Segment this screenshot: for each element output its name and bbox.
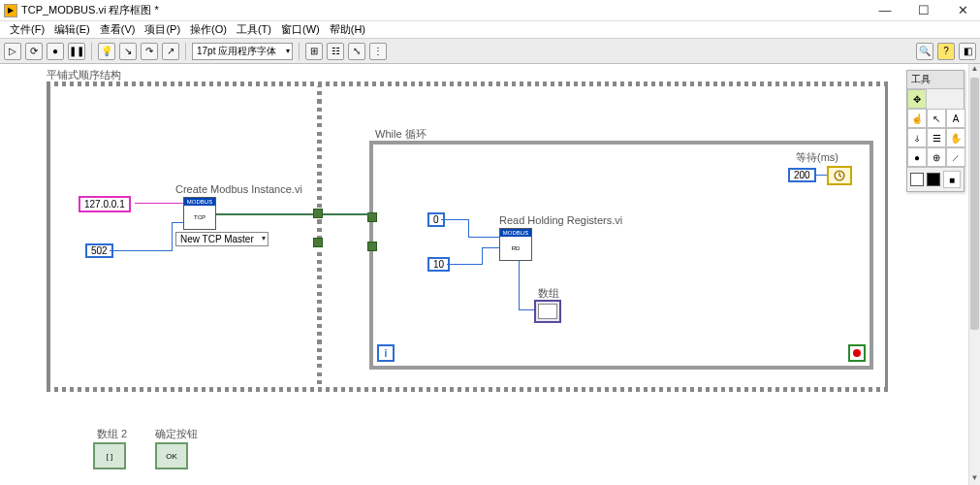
- ok-button-label: 确定按钮: [155, 427, 198, 441]
- abort-button[interactable]: ●: [47, 43, 64, 60]
- node-body-icon: TCP: [184, 206, 215, 229]
- sequence-tunnel-error[interactable]: [313, 238, 323, 247]
- ok-button-terminal[interactable]: OK: [155, 442, 188, 469]
- wait-ms-constant[interactable]: 200: [788, 168, 816, 182]
- menu-tools[interactable]: 工具(T): [233, 22, 275, 37]
- pause-button[interactable]: ❚❚: [68, 43, 85, 60]
- breakpoint-tool-button[interactable]: ●: [907, 147, 927, 167]
- distribute-button[interactable]: ☷: [327, 43, 344, 60]
- wire-array-h: [519, 309, 534, 310]
- wire-tool-button[interactable]: ⫰: [907, 128, 927, 147]
- wire-port-h: [110, 250, 172, 251]
- scroll-up-arrow[interactable]: ▲: [969, 64, 980, 76]
- reorder-button[interactable]: ⋮: [369, 43, 387, 60]
- highlight-button[interactable]: 💡: [98, 43, 115, 60]
- scroll-thumb[interactable]: [970, 78, 979, 330]
- wire-qty-h: [447, 264, 482, 265]
- getcolor-tool-button[interactable]: ⟋: [946, 147, 965, 167]
- window-buttons: — ☐ ✕: [871, 3, 976, 17]
- menu-view[interactable]: 查看(V): [96, 22, 140, 37]
- ip-address-constant[interactable]: 127.0.0.1: [79, 196, 131, 212]
- context-help-button[interactable]: ◧: [959, 43, 976, 60]
- run-continuous-button[interactable]: ⟳: [25, 43, 43, 60]
- run-button[interactable]: ▷: [4, 43, 21, 60]
- wire-port-v: [172, 222, 173, 251]
- menu-help[interactable]: 帮助(H): [326, 22, 369, 37]
- sequence-frame-divider[interactable]: [317, 86, 322, 387]
- while-tunnel-error[interactable]: [367, 242, 377, 251]
- while-loop[interactable]: i 等待(ms) 200 Read Holding Registers.vi 0…: [369, 141, 873, 370]
- app-icon: ▶: [4, 4, 17, 17]
- sequence-tunnel-ref[interactable]: [313, 209, 323, 218]
- color-tool-button[interactable]: ■: [943, 171, 961, 188]
- window-title: TCP_MODBUS.vi 程序框图 *: [21, 3, 159, 17]
- node-header: MODBUS: [500, 229, 531, 237]
- node-header: MODBUS: [184, 198, 215, 206]
- wait-ms-node[interactable]: [827, 166, 852, 185]
- wire-ref-seq-to-while: [323, 213, 369, 215]
- auto-tool-button[interactable]: ✥: [907, 89, 927, 109]
- step-into-button[interactable]: ↘: [119, 43, 137, 60]
- position-tool-button[interactable]: ↖: [927, 109, 946, 128]
- resize-button[interactable]: ⤡: [348, 43, 365, 60]
- wire-qty-h2: [482, 247, 499, 248]
- menu-window[interactable]: 窗口(W): [277, 22, 324, 37]
- probe-tool-button[interactable]: ⊕: [927, 147, 946, 167]
- array-indicator-label: 数组: [538, 286, 559, 301]
- read-holding-registers-label: Read Holding Registers.vi: [499, 214, 622, 226]
- wire-addr-h2: [468, 237, 499, 238]
- wire-addr-h: [441, 219, 468, 220]
- wire-array-v: [519, 261, 520, 309]
- toolbar-separator: [185, 43, 186, 60]
- toolbar-separator: [91, 43, 92, 60]
- background-color-swatch[interactable]: [927, 173, 940, 186]
- scroll-tool-button[interactable]: ✋: [946, 128, 965, 147]
- help-button[interactable]: ?: [937, 43, 955, 60]
- wire-port-h2: [172, 222, 183, 223]
- loop-condition-terminal[interactable]: [848, 344, 866, 362]
- tools-palette-title[interactable]: 工具: [907, 71, 964, 89]
- step-out-button[interactable]: ↗: [162, 43, 179, 60]
- array-indicator-terminal[interactable]: [534, 300, 561, 323]
- wire-addr-v: [468, 219, 469, 237]
- text-tool-button[interactable]: A: [946, 109, 965, 128]
- array2-terminal[interactable]: [ ]: [93, 442, 126, 469]
- toolbar: ▷ ⟳ ● ❚❚ 💡 ↘ ↷ ↗ 17pt 应用程序字体 ⊞ ☷ ⤡ ⋮ 🔍 ?…: [0, 39, 980, 64]
- iteration-terminal[interactable]: i: [377, 344, 395, 362]
- tools-palette[interactable]: 工具 ✥ ☝ ↖ A ⫰ ☰ ✋ ● ⊕ ⟋ ■: [906, 70, 964, 192]
- wire-ref-out: [216, 213, 325, 215]
- array2-label: 数组 2: [97, 427, 127, 441]
- popup-tool-button[interactable]: ☰: [927, 128, 946, 147]
- maximize-button[interactable]: ☐: [910, 3, 937, 17]
- title-bar: ▶ TCP_MODBUS.vi 程序框图 * — ☐ ✕: [0, 0, 980, 21]
- read-holding-registers-node[interactable]: MODBUS RD: [499, 228, 532, 261]
- menu-project[interactable]: 项目(P): [141, 22, 184, 37]
- operate-tool-button[interactable]: ☝: [907, 109, 927, 128]
- menu-file[interactable]: 文件(F): [6, 22, 48, 37]
- polymorphic-selector[interactable]: New TCP Master: [175, 232, 269, 246]
- close-button[interactable]: ✕: [949, 3, 976, 17]
- toolbar-separator: [299, 43, 300, 60]
- clock-icon: [833, 169, 846, 182]
- flat-sequence-label: 平铺式顺序结构: [47, 68, 121, 82]
- menu-bar: 文件(F) 编辑(E) 查看(V) 项目(P) 操作(O) 工具(T) 窗口(W…: [0, 21, 980, 39]
- scroll-down-arrow[interactable]: ▼: [969, 473, 980, 485]
- wire-qty-v: [482, 247, 483, 265]
- vertical-scrollbar[interactable]: ▲ ▼: [968, 64, 980, 485]
- wire-wait: [815, 175, 827, 176]
- menu-edit[interactable]: 编辑(E): [50, 22, 94, 37]
- node-body-icon: RD: [500, 237, 531, 260]
- search-button[interactable]: 🔍: [916, 43, 933, 60]
- wire-ip: [135, 203, 183, 204]
- menu-operate[interactable]: 操作(O): [186, 22, 231, 37]
- step-over-button[interactable]: ↷: [141, 43, 158, 60]
- wait-label: 等待(ms): [796, 150, 838, 165]
- create-modbus-label: Create Modbus Instance.vi: [175, 183, 302, 195]
- create-modbus-instance-node[interactable]: MODBUS TCP: [183, 197, 216, 230]
- minimize-button[interactable]: —: [871, 3, 899, 17]
- foreground-color-swatch[interactable]: [910, 173, 924, 186]
- flat-sequence-structure[interactable]: Create Modbus Instance.vi 127.0.0.1 502 …: [47, 81, 890, 392]
- block-diagram-canvas[interactable]: 平铺式顺序结构 Create Modbus Instance.vi 127.0.…: [0, 64, 968, 485]
- align-button[interactable]: ⊞: [305, 43, 323, 60]
- font-selector[interactable]: 17pt 应用程序字体: [192, 43, 293, 60]
